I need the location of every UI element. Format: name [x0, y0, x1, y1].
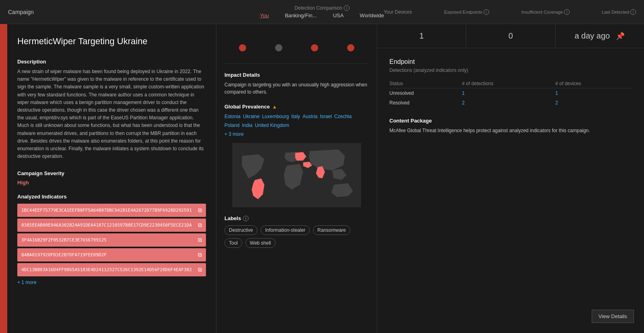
- label-destructive[interactable]: Destructive: [224, 225, 257, 235]
- campaign-label: Campaign: [8, 9, 56, 15]
- label-web-shell[interactable]: Web shell: [245, 238, 275, 248]
- content: HermeticWiper Targeting Ukraine Descript…: [7, 24, 644, 333]
- indicator-text: 0385EEAB00E946A302B24A91DEA4187C1210597B…: [21, 223, 195, 228]
- country-estonia[interactable]: Estonia: [224, 114, 241, 119]
- endpoint-title: Endpoint: [389, 58, 632, 65]
- endpoint-subtitle: Detections (analyzed indicators only): [389, 67, 632, 73]
- country-india[interactable]: India: [242, 123, 252, 128]
- dot-banking: [275, 44, 282, 51]
- status-unresolved: Unresolved: [389, 88, 462, 98]
- label-information-stealer[interactable]: Information-stealer: [261, 225, 310, 235]
- warning-icon: ▲: [272, 104, 277, 110]
- content-package-text: McAfee Global Threat Intelligence helps …: [389, 127, 632, 134]
- indicator-row: 1BC44EEF75779E3CA1EEFB8FF5A64807DBC942B1…: [17, 204, 206, 217]
- right-panel-wrapper: 1 0 a day ago 📌 Endpoint Detections (ana…: [377, 24, 644, 333]
- col-you[interactable]: You: [260, 12, 269, 18]
- insufficient-coverage-group: Insufficient Coverage i: [521, 9, 570, 15]
- dot-you: [239, 44, 246, 51]
- country-italy[interactable]: Italy: [291, 114, 300, 119]
- impact-text: Campaign is targeting you with an unusua…: [224, 81, 369, 96]
- country-israel[interactable]: Israel: [320, 114, 331, 119]
- dot-usa: [311, 44, 318, 51]
- table-row: Unresolved 1 1: [389, 88, 632, 98]
- last-detected-label: Last Detected i: [602, 9, 636, 15]
- left-bar: [0, 24, 7, 333]
- content-package-title: Content Package: [389, 118, 632, 124]
- copy-icon-4[interactable]: ⧉: [198, 266, 202, 273]
- endpoint-table: Status # of detections # of devices Unre…: [389, 79, 632, 108]
- table-row: Resolved 2 2: [389, 98, 632, 108]
- view-details-button[interactable]: View Details: [592, 310, 634, 323]
- pin-icon[interactable]: 📌: [616, 32, 625, 41]
- devices-unresolved[interactable]: 1: [556, 88, 632, 98]
- copy-icon-3[interactable]: ⧉: [198, 251, 202, 258]
- devices-resolved[interactable]: 2: [556, 98, 632, 108]
- label-ransomware[interactable]: Ransomware: [313, 225, 350, 235]
- col-usa[interactable]: USA: [333, 12, 344, 18]
- stats-row: 1 0 a day ago 📌: [377, 24, 644, 48]
- indicator-text: 3F4A16B29F2F0532B7CE3E7656799125: [21, 237, 195, 243]
- indicators-title: Analyzed Indicators: [17, 194, 206, 200]
- detections-resolved[interactable]: 2: [462, 98, 555, 108]
- insufficient-coverage-label: Insufficient Coverage i: [521, 9, 570, 15]
- indicator-row: 4DC13BB83A16D4FF9865A5183E4D24112327C526…: [17, 263, 206, 276]
- dot-worldwide: [347, 44, 354, 51]
- exposed-endpoints-group: Exposed Endpoints i: [444, 9, 489, 15]
- labels-info-icon[interactable]: i: [243, 216, 249, 221]
- col-worldwide[interactable]: Worldwide: [360, 12, 384, 18]
- copy-icon-0[interactable]: ⧉: [198, 207, 202, 214]
- campaign-title: HermeticWiper Targeting Ukraine: [17, 36, 206, 47]
- stat-insufficient: 0: [466, 24, 555, 48]
- col-status: Status: [389, 79, 462, 88]
- description-title: Description: [17, 59, 206, 65]
- country-tags-row2: Poland India United Kingdom: [224, 123, 369, 128]
- right-panel: 1 0 a day ago 📌 Endpoint Detections (ana…: [377, 24, 644, 144]
- device-group-title: Your Devices: [384, 9, 412, 15]
- detection-info-icon[interactable]: i: [344, 5, 350, 11]
- exposed-endpoints-label: Exposed Endpoints i: [444, 9, 489, 15]
- detection-cols: You Banking/Fin... USA Worldwide: [260, 12, 384, 18]
- last-detected-info-icon[interactable]: i: [630, 9, 636, 15]
- stat-last-detected: a day ago 📌: [556, 24, 644, 48]
- country-czechia[interactable]: Czechia: [334, 114, 352, 119]
- more-countries-link[interactable]: + 3 more: [224, 131, 369, 137]
- comparison-row: [224, 36, 369, 64]
- status-resolved: Resolved: [389, 98, 462, 108]
- col-banking[interactable]: Banking/Fin...: [285, 12, 317, 18]
- indicator-text: 4DC13BB83A16D4FF9865A5183E4D24112327C526…: [21, 267, 195, 272]
- detections-unresolved[interactable]: 1: [462, 88, 555, 98]
- copy-icon-2[interactable]: ⧉: [198, 237, 202, 243]
- label-tool[interactable]: Tool: [224, 238, 242, 248]
- country-austria[interactable]: Austria: [302, 114, 317, 119]
- your-devices-label: Your Devices: [384, 9, 412, 15]
- detection-title-text: Detection Comparison: [294, 5, 342, 11]
- more-indicators-link[interactable]: + 1 more: [17, 280, 206, 285]
- insufficient-info-icon[interactable]: i: [564, 9, 570, 15]
- country-uk[interactable]: United Kingdom: [255, 123, 289, 128]
- labels-section: Labels i Destructive Information-stealer…: [224, 215, 369, 248]
- exposed-info-icon[interactable]: i: [484, 9, 489, 15]
- severity-title: Campaign Severity: [17, 170, 206, 176]
- country-ukraine[interactable]: Ukraine: [243, 114, 259, 119]
- labels-title: Labels i: [224, 215, 369, 221]
- detection-comparison: Detection Comparison i You Banking/Fin..…: [260, 5, 384, 18]
- indicator-row: 84BA0197920FD3E2B7DFA719FEE09D2F ⧉: [17, 248, 206, 261]
- main: HermeticWiper Targeting Ukraine Descript…: [0, 24, 644, 333]
- header: Campaign Detection Comparison i You Bank…: [0, 0, 644, 24]
- country-luxembourg[interactable]: Luxembourg: [262, 114, 289, 119]
- label-tags: Destructive Information-stealer Ransomwa…: [224, 225, 369, 248]
- copy-icon-1[interactable]: ⧉: [198, 222, 202, 229]
- last-detected-group: Last Detected i: [602, 9, 636, 15]
- impact-title: Impact Details: [224, 72, 369, 78]
- prevalence-title: Global Prevalence ▲: [224, 104, 369, 110]
- stat-exposed: 1: [377, 24, 466, 48]
- col-devices: # of devices: [556, 79, 632, 88]
- your-devices: Your Devices Exposed Endpoints i Insuffi…: [384, 9, 636, 15]
- country-poland[interactable]: Poland: [224, 123, 239, 128]
- severity-value: High: [17, 180, 206, 186]
- left-panel: HermeticWiper Targeting Ukraine Descript…: [7, 24, 216, 333]
- country-tags-row1: Estonia Ukraine Luxembourg Italy Austria…: [224, 114, 369, 119]
- world-map-svg: [224, 143, 369, 207]
- col-detections: # of detections: [462, 79, 555, 88]
- indicator-text: 1BC44EEF75779E3CA1EEFB8FF5A64807DBC942B1…: [21, 208, 195, 213]
